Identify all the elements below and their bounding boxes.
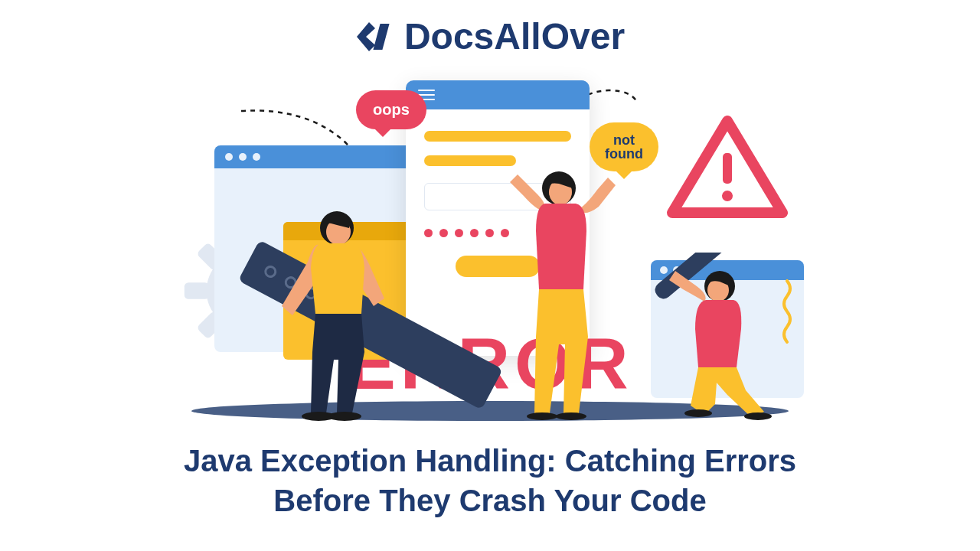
speech-bubble-not-found: not found [590, 122, 658, 171]
titlebar-dot [253, 153, 260, 161]
placeholder-line [424, 131, 571, 142]
svg-rect-10 [723, 153, 732, 184]
titlebar-dot [239, 153, 247, 161]
person-right [643, 253, 781, 421]
placeholder-line [424, 155, 516, 166]
speech-bubble-oops: oops [356, 90, 426, 129]
person-center [505, 168, 620, 421]
article-title: Java Exception Handling: Catching Errors… [0, 441, 980, 520]
svg-point-15 [302, 412, 335, 421]
brand-logo-icon [355, 19, 395, 54]
svg-point-11 [722, 191, 733, 201]
card-titlebar [406, 80, 590, 109]
hero-illustration: oops not found ERROR [176, 69, 804, 421]
svg-rect-3 [185, 282, 209, 299]
svg-point-19 [527, 412, 557, 420]
header: DocsAllOver [0, 0, 980, 57]
title-line-2: Before They Crash Your Code [273, 484, 706, 517]
brand-name: DocsAllOver [404, 15, 625, 57]
svg-point-25 [684, 409, 712, 417]
bubble-text: not [613, 132, 635, 148]
svg-point-24 [744, 412, 772, 420]
squiggle-decoration [779, 279, 795, 348]
bubble-text: found [605, 146, 643, 161]
warning-triangle-icon [666, 115, 789, 222]
person-left [245, 207, 398, 421]
svg-point-18 [556, 412, 586, 420]
title-line-1: Java Exception Handling: Catching Errors [184, 444, 796, 478]
titlebar-dot [225, 153, 233, 161]
